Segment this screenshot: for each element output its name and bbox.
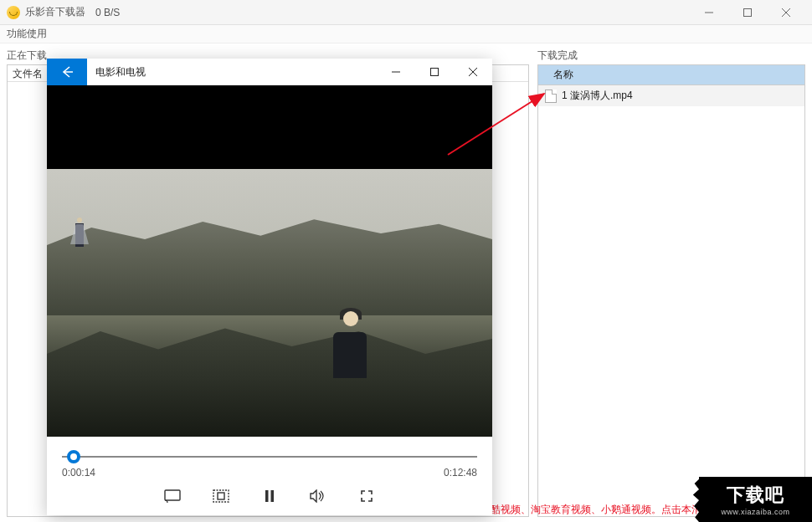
watermark: 下载吧 www.xiazaiba.com xyxy=(699,477,812,522)
video-player-window: 电影和电视 0:00:14 0:12:48 xyxy=(47,59,492,515)
svg-rect-12 xyxy=(271,490,275,502)
app-title: 乐影音下载器 xyxy=(25,5,85,19)
letterbox xyxy=(47,85,492,169)
promo-link[interactable]: 优酷视频、淘宝教育视频、小鹅通视频。点击本消息 xyxy=(481,503,712,517)
seek-thumb[interactable] xyxy=(67,450,80,463)
completed-panel: 下载完成 名称 1 漩涡博人.mp4 xyxy=(537,49,805,517)
svg-rect-11 xyxy=(265,490,269,502)
name-header: 名称 xyxy=(538,65,804,85)
close-button[interactable] xyxy=(767,0,805,25)
pause-icon[interactable] xyxy=(260,487,279,505)
player-minimize-button[interactable] xyxy=(377,59,415,85)
player-maximize-button[interactable] xyxy=(415,59,454,85)
player-titlebar: 电影和电视 xyxy=(47,59,492,85)
aspect-icon[interactable] xyxy=(212,487,230,505)
fullscreen-icon[interactable] xyxy=(357,487,376,505)
menubar: 功能使用 xyxy=(0,25,812,44)
svg-rect-1 xyxy=(744,8,752,16)
video-area[interactable] xyxy=(47,85,492,437)
player-window-controls xyxy=(377,59,492,85)
back-button[interactable] xyxy=(47,59,87,85)
download-speed: 0 B/S xyxy=(95,7,690,18)
window-controls xyxy=(690,0,805,25)
main-titlebar: 乐影音下载器 0 B/S xyxy=(0,0,812,25)
volume-icon[interactable] xyxy=(309,487,327,505)
time-row: 0:00:14 0:12:48 xyxy=(62,467,477,478)
control-buttons xyxy=(62,487,477,505)
maximize-button[interactable] xyxy=(728,0,767,25)
completed-file-row[interactable]: 1 漩涡博人.mp4 xyxy=(538,85,804,106)
seek-bar[interactable] xyxy=(62,448,477,465)
svg-rect-9 xyxy=(213,490,229,502)
app-icon xyxy=(7,6,20,19)
duration: 0:12:48 xyxy=(444,467,477,478)
menu-functions[interactable]: 功能使用 xyxy=(7,28,47,39)
player-title: 电影和电视 xyxy=(87,59,377,85)
video-frame xyxy=(47,169,492,437)
player-controls: 0:00:14 0:12:48 xyxy=(47,437,492,515)
file-name: 1 漩涡博人.mp4 xyxy=(562,89,633,103)
svg-rect-10 xyxy=(218,493,224,499)
current-time: 0:00:14 xyxy=(62,467,95,478)
watermark-text: 下载吧 xyxy=(727,483,784,508)
file-icon xyxy=(545,90,557,103)
completed-box: 名称 1 漩涡博人.mp4 xyxy=(537,64,805,517)
svg-rect-5 xyxy=(431,69,439,76)
minimize-button[interactable] xyxy=(690,0,728,25)
watermark-url: www.xiazaiba.com xyxy=(721,508,789,516)
completed-label: 下载完成 xyxy=(537,49,805,63)
cast-icon[interactable] xyxy=(163,487,182,505)
svg-rect-8 xyxy=(165,490,180,500)
player-close-button[interactable] xyxy=(454,59,492,85)
